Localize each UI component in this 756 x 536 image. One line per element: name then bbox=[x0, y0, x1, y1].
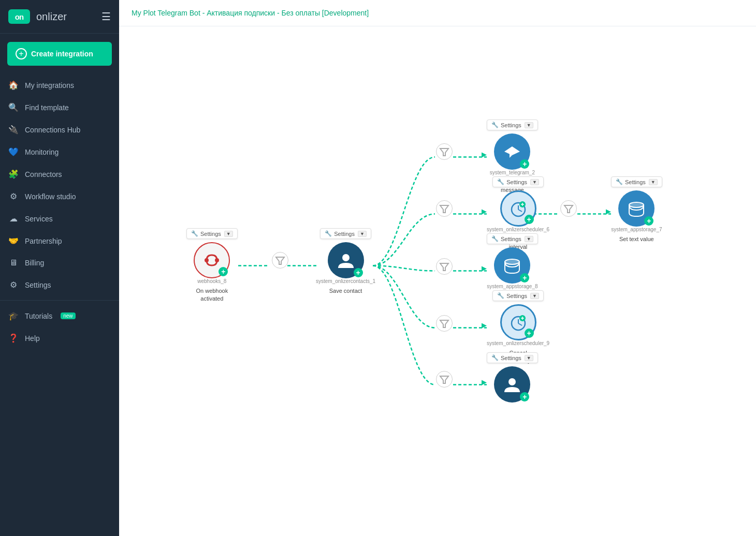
connections-hub-label: Connections Hub bbox=[25, 126, 80, 134]
filter-appstorage8[interactable] bbox=[436, 258, 453, 275]
sidebar-item-services[interactable]: ☁ Services bbox=[0, 207, 119, 230]
top-bar: My Plot Telegram Bot - Активация подписк… bbox=[119, 0, 756, 26]
telegram-plus-btn[interactable]: + bbox=[520, 159, 529, 169]
telegram-dropdown-arrow[interactable]: ▼ bbox=[525, 122, 533, 128]
connectors-label: Connectors bbox=[25, 170, 62, 178]
scheduler6-dropdown-arrow[interactable]: ▼ bbox=[530, 179, 539, 185]
svg-marker-13 bbox=[482, 323, 487, 329]
svg-line-26 bbox=[518, 210, 522, 212]
canvas-area[interactable]: 🔧 Settings ▼ + webhooks_8 On webhookacti… bbox=[119, 26, 756, 536]
contact-settings-icon: 🔧 bbox=[325, 230, 332, 237]
workflow-icon: ⚙ bbox=[8, 191, 19, 201]
telegram-sublabel: system_telegram_2 bbox=[490, 170, 535, 175]
contact-dropdown-arrow[interactable]: ▼ bbox=[358, 231, 367, 237]
sidebar-item-workflow-studio[interactable]: ⚙ Workflow studio bbox=[0, 185, 119, 207]
appstorage8-settings-icon: 🔧 bbox=[491, 235, 499, 242]
filter-1[interactable] bbox=[272, 252, 288, 269]
scheduler9-circle: + bbox=[500, 304, 536, 340]
appstorage7-settings-bar[interactable]: 🔧 Settings ▼ bbox=[611, 176, 662, 187]
contact-bottom-settings-icon: 🔧 bbox=[491, 354, 499, 361]
appstorage7-settings-icon: 🔧 bbox=[616, 178, 623, 185]
webhook-plus-btn[interactable]: + bbox=[219, 267, 228, 276]
appstorage8-sublabel: system_appstorage_8 bbox=[487, 284, 537, 289]
filter-scheduler6-to-appstorage7[interactable] bbox=[560, 200, 577, 217]
appstorage7-circle: + bbox=[618, 190, 655, 227]
webhook-node[interactable]: 🔧 Settings ▼ + webhooks_8 On webhookacti… bbox=[186, 228, 238, 303]
billing-label: Billing bbox=[25, 259, 44, 267]
breadcrumb: My Plot Telegram Bot - Активация подписк… bbox=[132, 9, 369, 17]
filter-contact-bottom[interactable] bbox=[436, 371, 453, 388]
telegram-circle: + bbox=[494, 133, 530, 170]
settings-icon: ⚙ bbox=[8, 280, 19, 290]
contact-sublabel: system_onlizercontacts_1 bbox=[316, 278, 375, 284]
partnership-icon: 🤝 bbox=[8, 236, 19, 246]
contact-bottom-plus-btn[interactable]: + bbox=[520, 392, 529, 401]
search-icon: 🔍 bbox=[8, 102, 19, 112]
webhook-settings-bar[interactable]: 🔧 Settings ▼ bbox=[186, 228, 238, 239]
appstorage7-plus-btn[interactable]: + bbox=[644, 216, 653, 226]
scheduler6-plus-btn[interactable]: + bbox=[525, 215, 534, 224]
svg-marker-14 bbox=[482, 380, 487, 385]
webhook-sublabel: webhooks_8 bbox=[197, 278, 226, 284]
svg-marker-21 bbox=[440, 263, 448, 271]
sidebar-item-billing[interactable]: 🖥 Billing bbox=[0, 252, 119, 274]
my-integrations-label: My integrations bbox=[25, 81, 74, 90]
appstorage7-node[interactable]: 🔧 Settings ▼ + system_appstorage_7 Set t… bbox=[611, 176, 662, 243]
contact-bottom-node[interactable]: 🔧 Settings ▼ + bbox=[487, 352, 538, 403]
connectors-icon: 🧩 bbox=[8, 169, 19, 179]
svg-marker-19 bbox=[440, 148, 448, 156]
svg-marker-10 bbox=[482, 210, 487, 215]
contact-bottom-settings-label: Settings bbox=[501, 355, 521, 361]
scheduler9-dropdown-arrow[interactable]: ▼ bbox=[530, 293, 539, 299]
svg-marker-12 bbox=[482, 266, 487, 272]
scheduler9-plus-btn[interactable]: + bbox=[525, 329, 534, 338]
create-integration-button[interactable]: + Create integration bbox=[7, 42, 112, 66]
appstorage7-dropdown-arrow[interactable]: ▼ bbox=[649, 179, 658, 185]
contact-label: Save contact bbox=[329, 287, 362, 295]
scheduler6-settings-icon: 🔧 bbox=[497, 178, 504, 185]
svg-marker-22 bbox=[440, 320, 448, 327]
contact-settings-bar[interactable]: 🔧 Settings ▼ bbox=[320, 228, 371, 239]
filter-scheduler6[interactable] bbox=[436, 200, 453, 217]
filter-scheduler9[interactable] bbox=[436, 315, 453, 332]
sidebar-item-connections-hub[interactable]: 🔌 Connections Hub bbox=[0, 118, 119, 141]
scheduler9-settings-label: Settings bbox=[506, 293, 527, 299]
telegram-settings-bar[interactable]: 🔧 Settings ▼ bbox=[487, 120, 538, 130]
hamburger-icon[interactable]: ☰ bbox=[101, 10, 111, 23]
filter-telegram[interactable] bbox=[436, 143, 453, 160]
scheduler9-settings-bar[interactable]: 🔧 Settings ▼ bbox=[492, 290, 544, 301]
appstorage8-plus-btn[interactable]: + bbox=[520, 273, 529, 282]
sidebar-item-tutorials[interactable]: 🎓 Tutorials new bbox=[0, 305, 119, 327]
appstorage8-settings-bar[interactable]: 🔧 Settings ▼ bbox=[487, 233, 538, 244]
sidebar-item-connectors[interactable]: 🧩 Connectors bbox=[0, 163, 119, 185]
contact-plus-btn[interactable]: + bbox=[354, 268, 363, 277]
appstorage7-label: Set text value bbox=[619, 235, 654, 243]
contact-bottom-settings-bar[interactable]: 🔧 Settings ▼ bbox=[487, 352, 538, 363]
webhook-settings-icon: 🔧 bbox=[191, 230, 198, 237]
sidebar-item-help[interactable]: ❓ Help bbox=[0, 327, 119, 349]
sidebar-item-partnership[interactable]: 🤝 Partnership bbox=[0, 230, 119, 252]
svg-point-18 bbox=[342, 254, 350, 261]
scheduler6-circle: + bbox=[500, 190, 536, 227]
scheduler6-settings-bar[interactable]: 🔧 Settings ▼ bbox=[492, 176, 544, 187]
sidebar-nav: 🏠 My integrations 🔍 Find template 🔌 Conn… bbox=[0, 74, 119, 536]
telegram-settings-label: Settings bbox=[501, 122, 521, 128]
svg-marker-9 bbox=[482, 153, 487, 158]
sidebar-item-settings[interactable]: ⚙ Settings bbox=[0, 274, 119, 296]
services-icon: ☁ bbox=[8, 214, 19, 224]
tutorials-label: Tutorials bbox=[25, 312, 52, 320]
sidebar-item-find-template[interactable]: 🔍 Find template bbox=[0, 96, 119, 118]
webhook-dropdown-arrow[interactable]: ▼ bbox=[224, 231, 233, 237]
contact-node[interactable]: 🔧 Settings ▼ + system_onlizercontacts_1 … bbox=[316, 228, 375, 295]
settings-label: Settings bbox=[25, 281, 51, 289]
sidebar-item-my-integrations[interactable]: 🏠 My integrations bbox=[0, 74, 119, 96]
appstorage8-dropdown-arrow[interactable]: ▼ bbox=[525, 236, 533, 242]
sidebar-item-monitoring[interactable]: 💙 Monitoring bbox=[0, 141, 119, 163]
home-icon: 🏠 bbox=[8, 80, 19, 90]
connections-icon: 🔌 bbox=[8, 125, 19, 135]
telegram-settings-icon: 🔧 bbox=[491, 122, 499, 128]
contact-bottom-dropdown-arrow[interactable]: ▼ bbox=[525, 355, 533, 361]
svg-marker-30 bbox=[564, 205, 573, 213]
svg-marker-20 bbox=[440, 205, 448, 213]
workflow-label: Workflow studio bbox=[25, 192, 76, 201]
